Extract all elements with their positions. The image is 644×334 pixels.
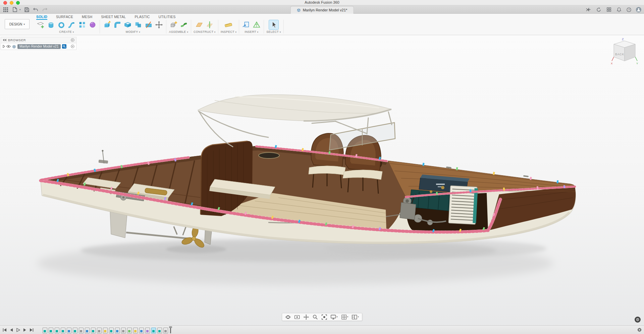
insert-group-label[interactable]: INSERT ▾ <box>245 29 258 34</box>
timeline-position-marker[interactable] <box>170 327 171 333</box>
construction-plane-button[interactable] <box>195 20 204 29</box>
create-group-label[interactable]: CREATE ▾ <box>59 29 74 34</box>
sync-status-button[interactable] <box>596 7 602 13</box>
collapse-panel-icon[interactable] <box>3 39 6 42</box>
browser-root-row[interactable]: Marilyn Render Model v21 <box>1 43 76 50</box>
visibility-eye-icon[interactable] <box>6 45 11 48</box>
timeline-feature-icon[interactable] <box>79 328 84 333</box>
user-avatar[interactable] <box>636 7 641 12</box>
timeline-feature-icon-selected[interactable] <box>151 328 156 333</box>
notifications-button[interactable] <box>616 7 622 13</box>
construct-group-label[interactable]: CONSTRUCT ▾ <box>194 29 216 34</box>
combine-icon <box>134 21 142 29</box>
step-forward-button[interactable] <box>22 327 28 333</box>
split-body-button[interactable] <box>144 20 153 29</box>
timeline-feature-icon[interactable] <box>109 328 114 333</box>
job-status-bubble[interactable] <box>635 317 641 323</box>
data-panel-button[interactable] <box>3 7 9 13</box>
timeline-feature-icon[interactable] <box>103 328 108 333</box>
fit-button[interactable] <box>320 314 328 320</box>
timeline-feature-icon[interactable] <box>73 328 77 333</box>
select-button[interactable] <box>269 20 278 29</box>
measure-button[interactable] <box>224 20 233 29</box>
insert-mesh-button[interactable] <box>252 20 261 29</box>
construction-axis-button[interactable] <box>205 20 214 29</box>
new-tab-button[interactable] <box>586 7 592 13</box>
timeline-settings-button[interactable] <box>637 327 642 332</box>
timeline-feature-icon[interactable] <box>97 328 102 333</box>
extrude-button[interactable] <box>46 20 56 29</box>
extensions-button[interactable] <box>606 7 612 13</box>
look-at-icon <box>294 314 300 320</box>
orbit-button[interactable] <box>284 314 292 320</box>
workspace-switcher[interactable]: DESIGN ▾ <box>5 19 30 29</box>
timeline-feature-icon[interactable] <box>91 328 96 333</box>
timeline-feature-icon[interactable] <box>55 328 59 333</box>
create-form-button[interactable] <box>88 20 97 29</box>
boat-model[interactable] <box>0 0 644 334</box>
isolate-icon[interactable] <box>71 45 74 48</box>
step-back-button[interactable] <box>8 327 14 333</box>
inspect-group-label[interactable]: INSPECT ▾ <box>221 29 237 34</box>
viewcube[interactable]: Z BACK X Y <box>610 37 640 66</box>
pan-button[interactable] <box>302 314 310 320</box>
go-to-end-button[interactable] <box>29 327 35 333</box>
timeline-feature-icon[interactable] <box>121 328 126 333</box>
file-menu-button[interactable] <box>12 7 18 13</box>
tab-mesh[interactable]: MESH <box>82 15 92 20</box>
navigation-bar: ▾ ▾ ▾ <box>282 313 362 321</box>
timeline-feature-icon[interactable] <box>163 328 168 333</box>
shell-button[interactable] <box>123 20 132 29</box>
tab-surface[interactable]: SURFACE <box>56 15 73 20</box>
tab-solid[interactable]: SOLID <box>36 15 47 20</box>
go-to-start-button[interactable] <box>2 327 8 333</box>
play-button[interactable] <box>15 327 21 333</box>
timeline-feature-icon[interactable] <box>157 328 162 333</box>
boat-port-light[interactable] <box>259 152 279 158</box>
propeller-shaft[interactable] <box>126 232 189 239</box>
save-button[interactable] <box>24 7 30 13</box>
timeline-feature-icon[interactable] <box>43 328 47 333</box>
fillet-button[interactable] <box>113 20 122 29</box>
timeline-feature-icon[interactable] <box>145 328 150 333</box>
assemble-group-label[interactable]: ASSEMBLE ▾ <box>169 29 189 34</box>
press-pull-button[interactable] <box>102 20 112 29</box>
select-group-label[interactable]: SELECT ▾ <box>266 29 281 34</box>
grid-settings-button[interactable]: ▾ <box>340 314 350 320</box>
boat-canopy[interactable] <box>198 95 391 121</box>
timeline-feature-icon[interactable] <box>139 328 144 333</box>
timeline-feature-icon[interactable] <box>85 328 90 333</box>
sweep-button[interactable] <box>67 20 76 29</box>
timeline-feature-icon[interactable] <box>115 328 120 333</box>
move-copy-button[interactable] <box>154 20 164 29</box>
document-tab[interactable]: Marilyn Render Model v21* <box>290 6 354 14</box>
modify-group-label[interactable]: MODIFY ▾ <box>126 29 140 34</box>
pattern-button[interactable] <box>77 20 87 29</box>
tab-utilities[interactable]: UTILITIES <box>159 15 176 20</box>
find-in-window-badge[interactable] <box>62 44 66 49</box>
viewports-button[interactable]: ▾ <box>351 314 360 320</box>
undo-button[interactable] <box>33 7 39 13</box>
timeline-feature-icon[interactable] <box>133 328 138 333</box>
timeline-feature-icon[interactable] <box>49 328 53 333</box>
redo-button[interactable] <box>42 7 48 13</box>
new-component-button[interactable] <box>169 20 178 29</box>
joint-button[interactable] <box>179 20 189 29</box>
tab-plastic[interactable]: PLASTIC <box>135 15 150 20</box>
timeline-feature-icon[interactable] <box>127 328 132 333</box>
expand-arrow-icon[interactable] <box>3 45 5 48</box>
tab-sheet-metal[interactable]: SHEET METAL <box>101 15 126 20</box>
sync-icon <box>596 7 601 12</box>
create-sketch-button[interactable] <box>36 20 45 29</box>
combine-button[interactable] <box>133 20 143 29</box>
insert-derive-button[interactable] <box>241 20 251 29</box>
root-component-name[interactable]: Marilyn Render Model v21 <box>17 44 61 49</box>
look-at-button[interactable] <box>293 314 301 320</box>
revolve-button[interactable] <box>57 20 66 29</box>
timeline-feature-icon[interactable] <box>61 328 65 333</box>
zoom-button[interactable] <box>311 314 319 320</box>
help-button[interactable]: ? <box>626 7 632 13</box>
timeline-feature-icon[interactable] <box>67 328 71 333</box>
panel-options-icon[interactable] <box>71 38 74 42</box>
display-settings-button[interactable]: ▾ <box>329 314 339 320</box>
